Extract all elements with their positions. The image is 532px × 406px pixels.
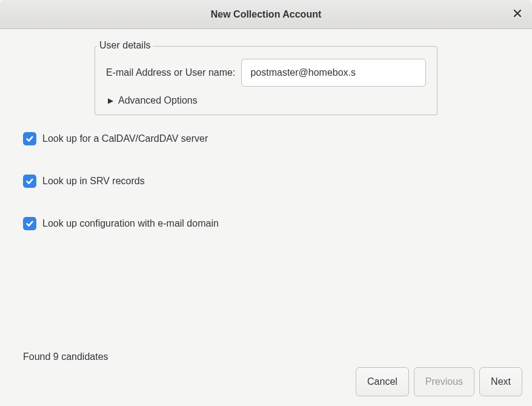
checkmark-icon bbox=[25, 219, 34, 228]
checkbox-srv[interactable] bbox=[23, 175, 36, 188]
checkbox-caldav[interactable] bbox=[23, 132, 36, 145]
checkmark-icon bbox=[25, 135, 34, 143]
advanced-options-expander[interactable]: ▶ Advanced Options bbox=[106, 95, 426, 106]
dialog-content: User details E-mail Address or User name… bbox=[0, 29, 532, 406]
email-row: E-mail Address or User name: bbox=[106, 59, 426, 87]
dialog-title: New Collection Account bbox=[211, 9, 322, 20]
next-button[interactable]: Next bbox=[479, 367, 522, 396]
checkbox-row-srv: Look up in SRV records bbox=[23, 175, 509, 188]
checkmark-icon bbox=[25, 177, 34, 185]
checkbox-row-caldav: Look up for a CalDAV/CardDAV server bbox=[23, 132, 509, 145]
checkbox-config-label[interactable]: Look up configuration with e-mail domain bbox=[42, 218, 219, 229]
checkbox-srv-label[interactable]: Look up in SRV records bbox=[42, 176, 145, 187]
expander-triangle-icon: ▶ bbox=[106, 96, 115, 105]
button-bar: Cancel Previous Next bbox=[356, 367, 522, 396]
advanced-options-label: Advanced Options bbox=[118, 95, 198, 106]
user-details-frame: User details E-mail Address or User name… bbox=[95, 46, 437, 115]
email-label: E-mail Address or User name: bbox=[106, 67, 235, 78]
close-button[interactable] bbox=[510, 7, 525, 22]
cancel-button[interactable]: Cancel bbox=[356, 367, 409, 396]
previous-button[interactable]: Previous bbox=[414, 367, 474, 396]
checkbox-caldav-label[interactable]: Look up for a CalDAV/CardDAV server bbox=[42, 133, 208, 144]
email-input[interactable] bbox=[241, 59, 426, 87]
status-message: Found 9 candidates bbox=[23, 351, 108, 362]
checkbox-config[interactable] bbox=[23, 217, 36, 230]
checkbox-row-config: Look up configuration with e-mail domain bbox=[23, 217, 509, 230]
close-icon bbox=[513, 9, 522, 20]
titlebar: New Collection Account bbox=[0, 0, 532, 29]
user-details-legend: User details bbox=[97, 40, 153, 51]
